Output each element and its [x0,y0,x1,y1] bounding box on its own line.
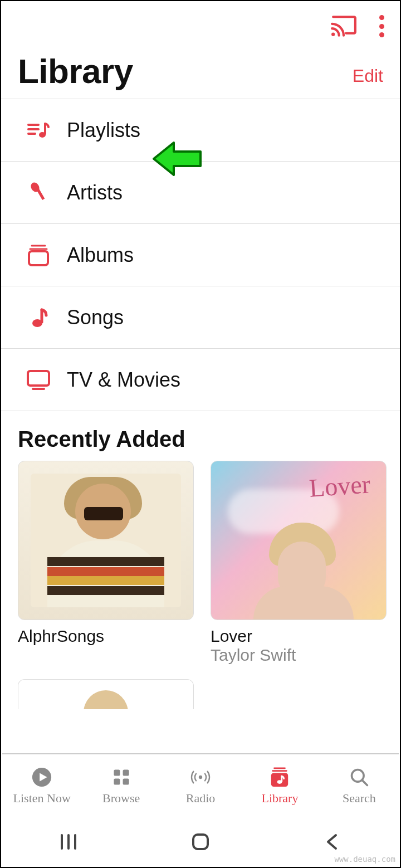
svg-rect-16 [114,779,120,785]
album-subtitle: Taylor Swift [211,646,387,665]
album-artwork: Lover [211,461,387,620]
svg-rect-28 [193,835,208,849]
menu-item-albums[interactable]: Albums [1,224,400,286]
grid-icon [111,767,132,788]
recently-added-title: Recently Added [1,411,400,461]
nav-label: Library [261,791,298,806]
menu-label: TV & Movies [67,368,180,392]
artists-icon [26,180,51,206]
search-icon [349,767,370,788]
library-header: Library Edit [1,51,400,99]
svg-rect-21 [271,773,288,787]
playlists-icon [26,118,51,143]
album-artwork [18,461,194,620]
tv-movies-icon [26,367,51,393]
albums-icon [26,242,51,268]
top-toolbar [1,1,400,51]
nav-label: Browse [102,791,140,806]
svg-point-0 [331,33,335,36]
album-card[interactable]: AlphrSongs [18,461,194,665]
svg-rect-9 [29,251,48,265]
recently-added-grid: AlphrSongs Lover Lover Taylor Swift [1,461,400,665]
svg-rect-11 [28,371,49,386]
nav-label: Search [343,791,376,806]
nav-library[interactable]: Library [240,754,319,818]
nav-label: Listen Now [13,791,71,806]
nav-browse[interactable]: Browse [81,754,160,818]
svg-point-10 [32,319,42,327]
nav-listen-now[interactable]: Listen Now [2,754,81,818]
library-icon [269,767,290,788]
menu-label: Artists [67,181,123,204]
menu-label: Albums [67,243,134,267]
svg-point-22 [277,780,282,784]
nav-search[interactable]: Search [320,754,399,818]
svg-rect-14 [114,769,120,776]
play-circle-icon [31,767,52,788]
svg-point-4 [39,132,46,138]
album-title: Lover [211,627,387,646]
system-back-icon[interactable] [321,831,344,855]
album-card[interactable]: Lover Lover Taylor Swift [211,461,387,665]
cast-icon[interactable] [331,16,356,37]
svg-rect-17 [123,779,129,785]
system-home-icon[interactable] [189,831,212,855]
album-card-partial[interactable] [1,665,400,709]
radio-icon [190,767,211,788]
bottom-nav: Listen Now Browse Radio [2,753,399,818]
edit-button[interactable]: Edit [353,66,383,91]
page-title: Library [18,51,133,91]
svg-rect-6 [36,188,45,200]
songs-icon [26,305,51,330]
svg-point-18 [199,776,202,779]
nav-label: Radio [186,791,216,806]
menu-item-tv-movies[interactable]: TV & Movies [1,349,400,411]
nav-radio[interactable]: Radio [161,754,240,818]
menu-item-songs[interactable]: Songs [1,286,400,349]
menu-label: Songs [67,306,124,329]
more-vert-icon[interactable] [379,15,384,37]
menu-label: Playlists [67,119,140,142]
watermark: www.deuaq.com [334,855,395,864]
album-title: AlphrSongs [18,627,194,646]
svg-rect-15 [123,769,129,776]
svg-line-24 [362,780,367,785]
system-recents-icon[interactable] [57,831,80,855]
annotation-arrow [151,140,202,179]
